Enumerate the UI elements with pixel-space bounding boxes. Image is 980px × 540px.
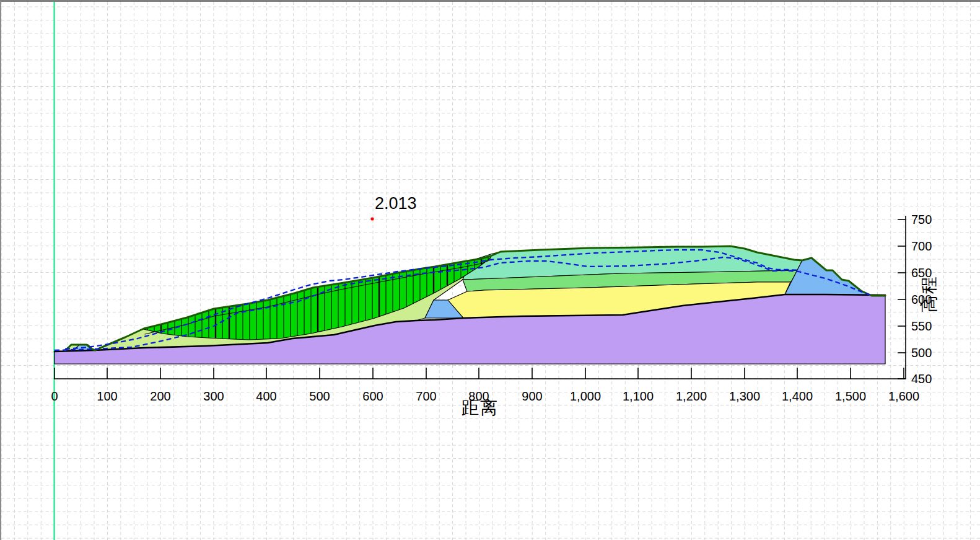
- factor-of-safety-label[interactable]: 2.013: [375, 194, 417, 213]
- x-tick-label: 1,200: [676, 389, 707, 403]
- x-tick-label: 700: [416, 389, 436, 403]
- x-tick-label: 1,100: [623, 389, 654, 403]
- x-tick-label: 0: [51, 389, 58, 403]
- x-tick-label: 500: [309, 389, 330, 403]
- x-tick-label: 900: [522, 389, 542, 403]
- x-tick-label: 100: [97, 389, 117, 403]
- x-tick-label: 200: [150, 389, 170, 403]
- x-tick-label: 1,400: [782, 389, 813, 403]
- x-tick-label: 1,000: [570, 389, 601, 403]
- x-tick-label: 300: [203, 389, 224, 403]
- y-tick-label: 500: [911, 346, 932, 360]
- x-tick-label: 1,300: [729, 389, 760, 403]
- y-tick-label: 550: [911, 319, 932, 333]
- y-tick-label: 700: [911, 239, 932, 253]
- x-tick-label: 1,600: [888, 389, 919, 403]
- slope-analysis-viewport: 01002003004005006007008009001,0001,1001,…: [0, 0, 980, 540]
- slip-center-marker[interactable]: [370, 217, 374, 220]
- y-tick-label: 750: [911, 213, 932, 226]
- x-tick-label: 400: [256, 389, 276, 403]
- cross-section-canvas[interactable]: 01002003004005006007008009001,0001,1001,…: [1, 2, 980, 540]
- x-tick-label: 1,500: [835, 389, 866, 403]
- y-tick-label: 450: [911, 372, 932, 386]
- x-tick-label: 600: [362, 389, 383, 403]
- x-axis-title: 距离: [462, 396, 499, 420]
- y-axis-title: 高程: [917, 275, 941, 313]
